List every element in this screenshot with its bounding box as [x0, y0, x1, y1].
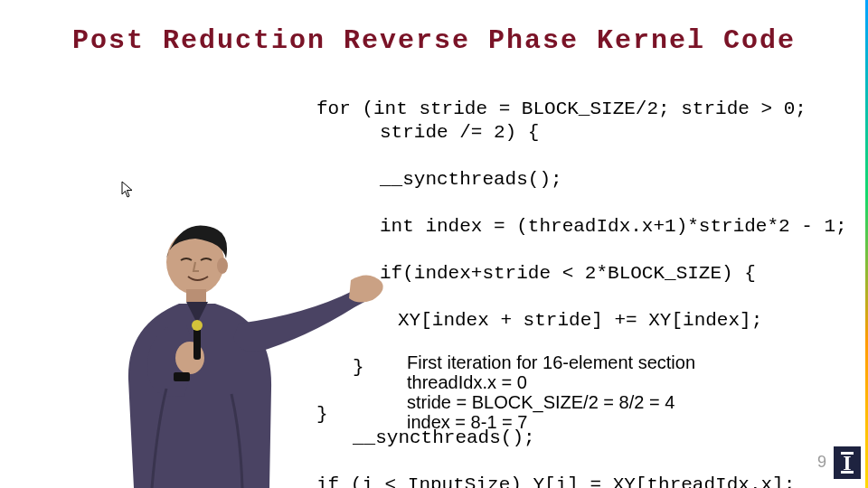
note-line: stride = BLOCK_SIZE/2 = 8/2 = 4 — [407, 392, 695, 412]
note-line: index = 8-1 = 7 — [407, 412, 695, 432]
code-line: int index = (threadIdx.x+1)*stride*2 - 1… — [380, 215, 847, 239]
code-line: if (i < InputSize) Y[i] = XY[threadIdx.x… — [316, 474, 795, 488]
code-line: __syncthreads(); — [380, 168, 847, 192]
logo-letter: I — [841, 452, 853, 474]
slide-title: Post Reduction Reverse Phase Kernel Code — [0, 25, 868, 56]
svg-point-3 — [175, 342, 204, 374]
code-line: XY[index + stride] += XY[index]; — [398, 309, 847, 333]
illinois-logo: I — [834, 446, 861, 479]
slide: Post Reduction Reverse Phase Kernel Code… — [0, 0, 868, 488]
svg-rect-2 — [186, 289, 206, 302]
note-line: First iteration for 16-element section — [407, 352, 695, 372]
svg-rect-6 — [174, 372, 190, 381]
code-line: } — [316, 404, 328, 425]
mouse-cursor-icon — [121, 181, 134, 199]
page-number: 9 — [817, 453, 826, 472]
code-line: if(index+stride < 2*BLOCK_SIZE) { — [380, 262, 847, 286]
svg-rect-4 — [193, 325, 201, 360]
explanation-notes: First iteration for 16-element section t… — [407, 352, 695, 432]
code-line: stride /= 2) { — [380, 121, 847, 145]
code-line: for (int stride = BLOCK_SIZE/2; stride >… — [316, 99, 807, 119]
svg-point-1 — [217, 258, 228, 274]
svg-point-5 — [192, 320, 203, 331]
svg-point-0 — [166, 230, 224, 295]
note-line: threadIdx.x = 0 — [407, 372, 695, 392]
